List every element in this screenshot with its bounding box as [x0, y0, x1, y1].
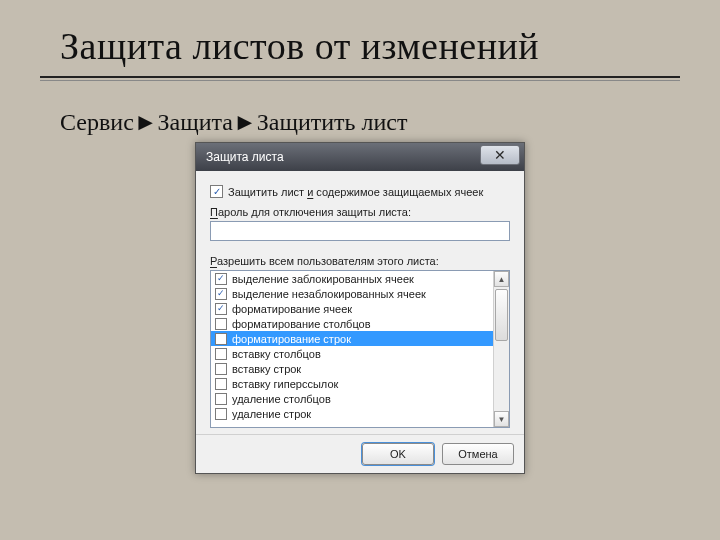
- protect-label-after: содержимое защищаемых ячеек: [313, 186, 483, 198]
- permission-checkbox[interactable]: [215, 333, 227, 345]
- permissions-label-rest: азрешить всем пользователям этого листа:: [217, 255, 439, 267]
- permission-checkbox[interactable]: [215, 318, 227, 330]
- permission-checkbox[interactable]: [215, 348, 227, 360]
- permission-label: выделение незаблокированных ячеек: [232, 288, 426, 300]
- dialog-title: Защита листа: [206, 150, 284, 164]
- permission-label: форматирование столбцов: [232, 318, 371, 330]
- slide-subtitle: Сервис►Защита►Защитить лист: [0, 81, 720, 142]
- permission-label: вставку строк: [232, 363, 301, 375]
- dialog-container: Защита листа ✕ Защитить лист и содержимо…: [0, 142, 720, 474]
- password-label-u: П: [210, 206, 218, 218]
- permission-label: вставку столбцов: [232, 348, 321, 360]
- scroll-thumb[interactable]: [495, 289, 508, 341]
- permission-item[interactable]: вставку столбцов: [211, 346, 493, 361]
- permission-label: форматирование строк: [232, 333, 351, 345]
- permission-label: вставку гиперссылок: [232, 378, 338, 390]
- permission-checkbox[interactable]: [215, 303, 227, 315]
- permission-checkbox[interactable]: [215, 363, 227, 375]
- protect-contents-checkbox[interactable]: [210, 185, 223, 198]
- dialog-button-bar: OK Отмена: [196, 434, 524, 473]
- permission-checkbox[interactable]: [215, 408, 227, 420]
- permission-label: форматирование ячеек: [232, 303, 352, 315]
- scroll-down-button[interactable]: ▼: [494, 411, 509, 427]
- close-button[interactable]: ✕: [480, 145, 520, 165]
- permissions-items: выделение заблокированных ячееквыделение…: [211, 271, 493, 421]
- password-label-rest: ароль для отключения защиты листа:: [218, 206, 411, 218]
- protect-contents-label: Защитить лист и содержимое защищаемых яч…: [228, 186, 483, 198]
- close-icon: ✕: [494, 147, 506, 163]
- scrollbar[interactable]: ▲ ▼: [493, 271, 509, 427]
- permissions-label: Разрешить всем пользователям этого листа…: [210, 255, 510, 267]
- permission-item[interactable]: выделение заблокированных ячеек: [211, 271, 493, 286]
- permission-item[interactable]: удаление столбцов: [211, 391, 493, 406]
- protect-label-before: Защитить лист: [228, 186, 307, 198]
- permission-checkbox[interactable]: [215, 378, 227, 390]
- permission-checkbox[interactable]: [215, 273, 227, 285]
- password-input[interactable]: [210, 221, 510, 241]
- password-label: Пароль для отключения защиты листа:: [210, 206, 510, 218]
- permissions-label-u: Р: [210, 255, 217, 267]
- title-rule: [40, 76, 680, 78]
- scroll-track[interactable]: [494, 287, 509, 411]
- permission-label: удаление столбцов: [232, 393, 331, 405]
- permission-item[interactable]: вставку строк: [211, 361, 493, 376]
- dialog-titlebar[interactable]: Защита листа ✕: [196, 143, 524, 171]
- permission-label: удаление строк: [232, 408, 311, 420]
- permission-item[interactable]: форматирование ячеек: [211, 301, 493, 316]
- ok-button[interactable]: OK: [362, 443, 434, 465]
- slide-title: Защита листов от изменений: [0, 0, 720, 72]
- permission-item[interactable]: удаление строк: [211, 406, 493, 421]
- permission-label: выделение заблокированных ячеек: [232, 273, 414, 285]
- dialog-body: Защитить лист и содержимое защищаемых яч…: [196, 171, 524, 434]
- slide: Защита листов от изменений Сервис►Защита…: [0, 0, 720, 540]
- protect-sheet-dialog: Защита листа ✕ Защитить лист и содержимо…: [195, 142, 525, 474]
- permission-checkbox[interactable]: [215, 393, 227, 405]
- permission-item[interactable]: форматирование строк: [211, 331, 493, 346]
- permission-checkbox[interactable]: [215, 288, 227, 300]
- protect-contents-row[interactable]: Защитить лист и содержимое защищаемых яч…: [210, 185, 510, 198]
- permissions-listbox[interactable]: выделение заблокированных ячееквыделение…: [210, 270, 510, 428]
- permission-item[interactable]: вставку гиперссылок: [211, 376, 493, 391]
- permission-item[interactable]: форматирование столбцов: [211, 316, 493, 331]
- permission-item[interactable]: выделение незаблокированных ячеек: [211, 286, 493, 301]
- cancel-button[interactable]: Отмена: [442, 443, 514, 465]
- scroll-up-button[interactable]: ▲: [494, 271, 509, 287]
